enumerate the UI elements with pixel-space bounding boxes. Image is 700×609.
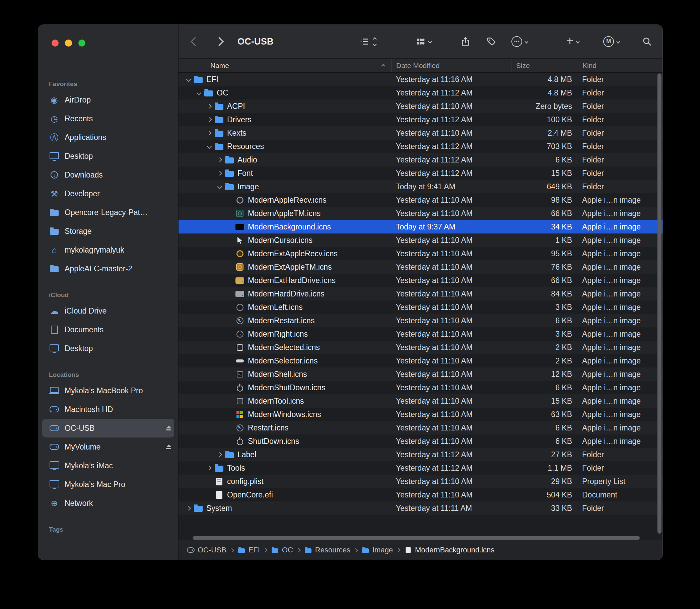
table-row[interactable]: config.plistYesterday at 11:10 AM29 KBPr… — [178, 475, 663, 488]
disclosure-triangle[interactable] — [215, 185, 224, 188]
disclosure-triangle[interactable] — [205, 131, 214, 135]
table-row[interactable]: ↻Restart.icnsYesterday at 11:10 AM6 KBAp… — [178, 421, 663, 434]
table-row[interactable]: DriversYesterday at 11:12 AM100 KBFolder — [178, 113, 663, 126]
table-row[interactable]: KextsYesterday at 11:10 AM2.4 MBFolder — [178, 126, 663, 140]
sidebar-item-myvolume[interactable]: MyVolume — [42, 437, 174, 456]
horizontal-scrollbar[interactable] — [193, 536, 640, 540]
path-item[interactable]: Image — [362, 546, 393, 554]
sidebar-item-oc-usb[interactable]: OC-USB — [42, 419, 174, 437]
table-row[interactable]: ModernAppleRecv.icnsYesterday at 11:10 A… — [178, 193, 663, 207]
table-row[interactable]: ModernAppleTM.icnsYesterday at 11:10 AM6… — [178, 207, 663, 220]
table-row[interactable]: ModernTool.icnsYesterday at 11:10 AM15 K… — [178, 394, 663, 408]
path-item[interactable]: OC-USB — [187, 546, 226, 554]
view-mode-button[interactable] — [360, 36, 376, 47]
disclosure-triangle[interactable] — [194, 91, 204, 94]
table-row[interactable]: ACPIYesterday at 11:10 AMZero bytesFolde… — [178, 100, 663, 113]
sidebar-item-applications[interactable]: ⒶApplications — [42, 128, 174, 147]
sidebar-item-macintosh-hd[interactable]: Macintosh HD — [42, 400, 174, 419]
column-header-size[interactable]: Size — [511, 58, 577, 72]
sidebar-item-storage[interactable]: Storage — [42, 222, 174, 241]
more-actions-button[interactable]: ••• — [511, 36, 528, 47]
sidebar-item-recents[interactable]: ◷Recents — [42, 109, 174, 128]
table-row[interactable]: ModernHardDrive.icnsYesterday at 11:10 A… — [178, 287, 663, 300]
table-row[interactable]: ModernBackground.icnsToday at 9:37 AM34 … — [178, 220, 663, 233]
eject-button[interactable] — [166, 426, 172, 431]
disclosure-triangle[interactable] — [184, 78, 193, 81]
sidebar-item-mykolagrymalyuk[interactable]: ⌂mykolagrymalyuk — [42, 241, 174, 259]
file-kind: Apple i…n image — [577, 330, 663, 339]
tags-button[interactable] — [486, 36, 496, 47]
table-row[interactable]: ModernSelector.icnsYesterday at 11:10 AM… — [178, 354, 663, 367]
disclosure-triangle[interactable] — [205, 466, 214, 470]
sidebar-item-developer[interactable]: ⚒Developer — [42, 184, 174, 203]
sidebar-item-mykola-s-imac[interactable]: Mykola’s iMac — [42, 456, 174, 475]
sidebar-item-desktop[interactable]: Desktop — [42, 339, 174, 358]
table-row[interactable]: ←ModernLeft.icnsYesterday at 11:10 AM3 K… — [178, 300, 663, 314]
group-button[interactable] — [416, 36, 432, 47]
sidebar-item-airdrop[interactable]: ◉AirDrop — [42, 90, 174, 109]
path-item[interactable]: OC — [271, 546, 293, 554]
table-row[interactable]: ShutDown.icnsYesterday at 11:10 AM6 KBAp… — [178, 434, 663, 448]
sidebar-item-icloud-drive[interactable]: ☁iCloud Drive — [42, 301, 174, 320]
date-modified: Yesterday at 11:16 AM — [391, 75, 511, 84]
sidebar-item-documents[interactable]: Documents — [42, 320, 174, 339]
sidebar-item-network[interactable]: ⊕Network — [42, 494, 174, 512]
table-row[interactable]: ResourcesYesterday at 11:12 AM703 KBFold… — [178, 140, 663, 153]
table-row[interactable]: EFIYesterday at 11:16 AM4.8 MBFolder — [178, 73, 663, 86]
path-item[interactable]: EFI — [238, 546, 260, 554]
path-item[interactable]: Resources — [304, 546, 350, 554]
table-row[interactable]: LabelYesterday at 11:12 AM27 KBFolder — [178, 448, 663, 461]
table-row[interactable]: ModernExtAppleRecv.icnsYesterday at 11:1… — [178, 247, 663, 260]
eject-button[interactable] — [166, 445, 172, 449]
table-row[interactable]: >_ModernShell.icnsYesterday at 11:10 AM1… — [178, 367, 663, 381]
table-row[interactable]: ImageToday at 9:41 AM649 KBFolder — [178, 180, 663, 193]
back-button[interactable] — [192, 38, 198, 45]
column-header-name[interactable]: Name — [178, 58, 391, 72]
sidebar-item-desktop[interactable]: Desktop — [42, 147, 174, 166]
path-separator-icon — [230, 548, 234, 552]
table-row[interactable]: SystemYesterday at 11:11 AM33 KBFolder — [178, 502, 663, 515]
close-button[interactable] — [52, 39, 58, 47]
table-row[interactable]: OCYesterday at 11:12 AM4.8 MBFolder — [178, 86, 663, 100]
zoom-button[interactable] — [78, 39, 85, 47]
column-header-date-modified[interactable]: Date Modified — [391, 58, 511, 72]
table-row[interactable]: ModernCursor.icnsYesterday at 11:10 AM1 … — [178, 233, 663, 247]
date-modified: Yesterday at 11:10 AM — [391, 490, 511, 500]
table-row[interactable]: OpenCore.efiYesterday at 11:10 AM504 KBD… — [178, 488, 663, 502]
sidebar-item-opencore-legacy-pat[interactable]: Opencore-Legacy-Pat… — [42, 203, 174, 222]
column-header-kind[interactable]: Kind — [577, 58, 663, 72]
disclosure-triangle[interactable] — [215, 158, 224, 161]
table-row[interactable]: ↻ModernRestart.icnsYesterday at 11:10 AM… — [178, 314, 663, 327]
table-row[interactable]: ModernShutDown.icnsYesterday at 11:10 AM… — [178, 381, 663, 394]
account-button[interactable]: M — [603, 36, 619, 47]
path-item[interactable]: ModernBackground.icns — [404, 546, 494, 554]
sidebar-item-applealc-master-2[interactable]: AppleALC-master-2 — [42, 259, 174, 278]
table-row[interactable]: ModernExtAppleTM.icnsYesterday at 11:10 … — [178, 260, 663, 274]
file-kind: Apple i…n image — [577, 343, 663, 352]
vertical-scrollbar[interactable] — [658, 73, 662, 534]
search-button[interactable] — [642, 36, 652, 47]
disclosure-triangle[interactable] — [205, 105, 214, 108]
forward-button[interactable] — [216, 38, 222, 45]
table-row[interactable]: FontYesterday at 11:12 AM15 KBFolder — [178, 167, 663, 180]
share-button[interactable] — [460, 36, 471, 47]
table-row[interactable]: →ModernRight.icnsYesterday at 11:10 AM3 … — [178, 327, 663, 341]
table-row[interactable]: ModernExtHardDrive.icnsYesterday at 11:1… — [178, 274, 663, 287]
path-separator-icon — [354, 548, 358, 552]
disclosure-triangle[interactable] — [205, 145, 214, 148]
disclosure-triangle[interactable] — [215, 172, 224, 175]
minimize-button[interactable] — [65, 39, 72, 47]
table-row[interactable]: ModernWindows.icnsYesterday at 11:10 AM6… — [178, 408, 663, 421]
table-row[interactable]: ModernSelected.icnsYesterday at 11:10 AM… — [178, 341, 663, 354]
disclosure-triangle[interactable] — [184, 506, 193, 510]
sidebar-item-mykola-s-macbook-pro[interactable]: Mykola’s MacBook Pro — [42, 381, 174, 400]
sidebar-item-mykola-s-mac-pro[interactable]: Mykola’s Mac Pro — [42, 475, 174, 494]
table-row[interactable]: AudioYesterday at 11:12 AM6 KBFolder — [178, 153, 663, 167]
name-cell: EFI — [178, 74, 391, 84]
new-item-button[interactable]: + — [566, 36, 579, 47]
date-modified: Yesterday at 11:10 AM — [391, 249, 511, 258]
table-row[interactable]: ToolsYesterday at 11:12 AM1.1 MBFolder — [178, 461, 663, 475]
disclosure-triangle[interactable] — [205, 118, 214, 121]
disclosure-triangle[interactable] — [215, 453, 224, 456]
sidebar-item-downloads[interactable]: ↓Downloads — [42, 166, 174, 184]
